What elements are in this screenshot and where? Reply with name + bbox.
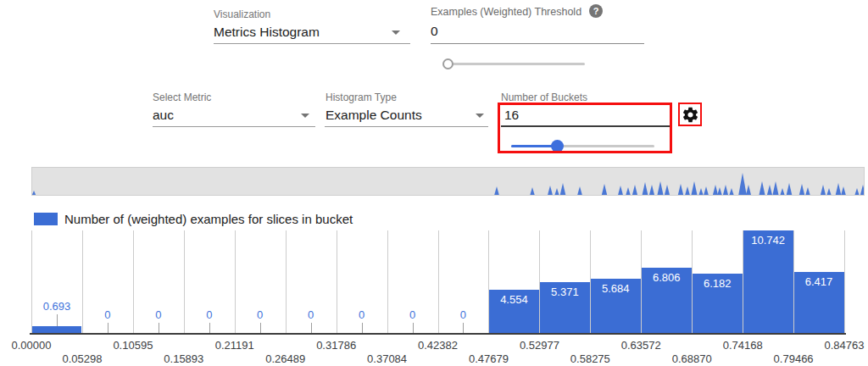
x-axis-tick-label: 0.10595 (99, 339, 167, 352)
chart-gridline (286, 230, 287, 333)
x-axis-tick-label: 0.63572 (607, 339, 675, 352)
x-axis-tick-label: 0.68870 (658, 352, 726, 365)
chart-gridline (235, 230, 236, 333)
chart-gridline (641, 230, 642, 333)
bar-value-label: 6.182 (683, 277, 751, 290)
chart-gridline (31, 230, 32, 333)
chart-gridline (184, 230, 185, 333)
x-axis-tick-label: 0.37084 (353, 352, 421, 365)
x-axis-tick-label: 0.58275 (556, 352, 624, 365)
x-axis-tick-label: 0.42382 (404, 339, 472, 352)
x-axis-tick-label: 0.05298 (48, 352, 116, 365)
chart-gridline (387, 230, 388, 333)
x-axis-line (30, 333, 846, 335)
chart-gridline (743, 230, 743, 333)
chart-gridline (539, 230, 540, 333)
bar-value-label: 0 (429, 308, 497, 321)
x-axis-tick-label: 0.74168 (709, 339, 776, 352)
chart-gridline (82, 230, 83, 333)
bar-value-label: 6.417 (785, 275, 853, 288)
x-axis-tick-label: 0.15893 (150, 352, 218, 365)
chart-gridline (133, 230, 134, 333)
chart-gridline (337, 230, 337, 333)
metrics-histogram-page: Visualization Metrics Histogram Examples… (0, 0, 868, 366)
chart-gridline (590, 230, 591, 333)
x-axis-tick-label: 0.84763 (810, 339, 868, 352)
x-axis-tick-label: 0.26489 (252, 352, 320, 365)
x-axis-tick-label: 0.21191 (201, 339, 269, 352)
x-axis-tick-label: 0.52977 (505, 339, 573, 352)
x-axis-tick-label: 0.31786 (303, 339, 370, 352)
chart-gridline (793, 230, 794, 333)
annotation-stem (57, 314, 58, 326)
histogram-chart: 0.693000000004.5545.3715.6846.8066.18210… (0, 0, 868, 366)
x-axis-tick-label: 0.47679 (454, 352, 522, 365)
chart-gridline (692, 230, 693, 333)
bar-value-label: 10.742 (734, 234, 802, 247)
histogram-bar[interactable] (32, 326, 82, 333)
chart-gridline (488, 230, 489, 333)
x-axis-tick-label: 0.00000 (0, 339, 65, 352)
x-axis-tick-label: 0.79466 (760, 352, 827, 365)
chart-gridline (438, 230, 439, 333)
chart-gridline (844, 230, 845, 333)
